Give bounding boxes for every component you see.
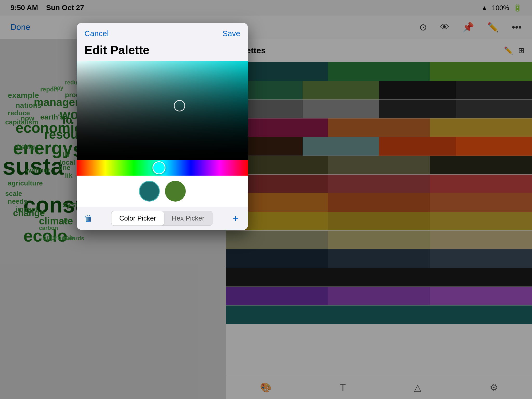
- tab-hex-picker[interactable]: Hex Picker: [164, 211, 212, 225]
- swatch-teal-selected[interactable]: [139, 181, 160, 202]
- color-cursor: [174, 100, 185, 111]
- hue-slider[interactable]: [77, 160, 248, 176]
- cancel-button[interactable]: Cancel: [84, 29, 109, 38]
- trash-icon[interactable]: 🗑: [84, 214, 93, 223]
- add-color-button[interactable]: ＋: [231, 212, 240, 225]
- swatch-green[interactable]: [165, 181, 186, 202]
- modal-overlay: Cancel Save Edit Palette: [0, 0, 532, 399]
- tab-color-picker[interactable]: Color Picker: [111, 211, 164, 225]
- save-button[interactable]: Save: [223, 29, 240, 38]
- color-picker-gradient[interactable]: [77, 61, 248, 160]
- hue-thumb[interactable]: [152, 161, 165, 174]
- color-swatches-row: [77, 176, 248, 207]
- dialog-header: Cancel Save: [77, 23, 248, 41]
- dialog-title: Edit Palette: [77, 41, 248, 61]
- picker-tabs: Color Picker Hex Picker: [111, 211, 212, 226]
- picker-tabs-row: 🗑 Color Picker Hex Picker ＋: [77, 207, 248, 230]
- edit-palette-dialog: Cancel Save Edit Palette: [77, 23, 248, 230]
- hue-slider-container: [77, 160, 248, 176]
